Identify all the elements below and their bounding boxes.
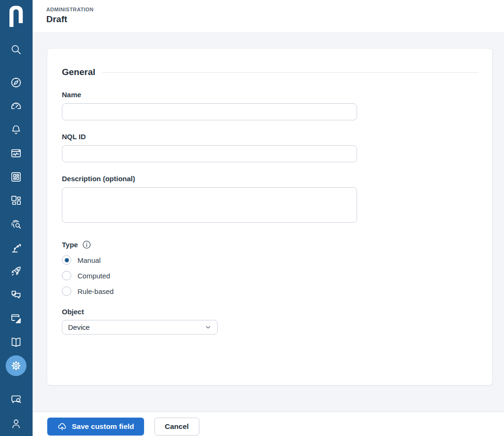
section-header: General — [62, 67, 478, 77]
sidebar-item-remediation[interactable] — [10, 312, 22, 325]
radio-manual-label: Manual — [77, 256, 101, 264]
apps-grid-icon — [10, 171, 22, 183]
cancel-button[interactable]: Cancel — [154, 418, 199, 436]
description-textarea[interactable] — [62, 187, 357, 223]
cloud-upload-icon — [57, 422, 67, 432]
general-card: General Name NQL ID Description (optiona… — [47, 48, 493, 386]
sidebar-item-dashboards[interactable] — [10, 100, 22, 112]
name-input[interactable] — [62, 103, 357, 120]
main-area: ADMINISTRATION Draft General Name NQL ID… — [33, 0, 504, 436]
object-select[interactable]: Device — [62, 320, 218, 335]
sidebar-item-alerts[interactable] — [10, 124, 22, 136]
radio-option-rule-based[interactable]: Rule-based — [62, 286, 478, 296]
search-icon — [10, 43, 22, 56]
name-field-group: Name — [62, 91, 478, 120]
description-field-group: Description (optional) — [62, 175, 478, 225]
name-label: Name — [62, 91, 478, 99]
gear-icon — [10, 360, 22, 372]
nql-id-field-group: NQL ID — [62, 133, 478, 162]
object-label: Object — [62, 308, 478, 316]
nql-id-input[interactable] — [62, 145, 357, 162]
bell-icon — [10, 124, 22, 136]
radio-computed-label: Computed — [77, 272, 110, 280]
radio-computed[interactable] — [62, 271, 71, 280]
sidebar-item-search[interactable] — [10, 43, 22, 56]
sidebar-item-automation[interactable] — [10, 242, 22, 254]
type-info-button[interactable] — [82, 240, 91, 249]
sidebar — [0, 0, 33, 436]
type-label: Type — [62, 241, 78, 249]
radio-manual[interactable] — [62, 255, 71, 265]
sidebar-item-settings[interactable] — [6, 355, 26, 376]
app-logo[interactable] — [7, 5, 26, 27]
description-label: Description (optional) — [62, 175, 478, 183]
content-area: General Name NQL ID Description (optiona… — [33, 34, 504, 411]
page-header: ADMINISTRATION Draft — [33, 0, 504, 33]
chat-bubbles-icon — [10, 289, 22, 301]
info-icon — [82, 240, 91, 249]
radio-rule-based[interactable] — [62, 286, 71, 296]
sidebar-item-library[interactable] — [10, 336, 22, 348]
design-window-icon — [10, 312, 22, 325]
object-select-value: Device — [68, 323, 90, 331]
save-button-label: Save custom field — [72, 422, 134, 431]
nexthink-logo-icon — [7, 5, 26, 27]
type-header: Type — [62, 240, 478, 249]
person-icon — [10, 418, 22, 430]
layout-blocks-icon — [10, 194, 22, 207]
sidebar-item-monitoring[interactable] — [10, 147, 22, 159]
sidebar-item-workspace[interactable] — [10, 194, 22, 207]
save-custom-field-button[interactable]: Save custom field — [47, 418, 144, 436]
chevron-down-icon — [205, 324, 212, 331]
sidebar-item-launch[interactable] — [10, 265, 22, 277]
object-field-group: Object Device — [62, 308, 478, 335]
action-footer: Save custom field Cancel — [33, 411, 504, 436]
section-divider — [103, 72, 478, 73]
book-icon — [10, 336, 22, 348]
sidebar-item-discover[interactable] — [10, 76, 22, 89]
section-title: General — [62, 67, 95, 77]
chart-window-icon — [10, 147, 22, 159]
sidebar-item-engage[interactable] — [10, 289, 22, 301]
radio-rule-based-label: Rule-based — [77, 287, 114, 295]
sidebar-item-profile[interactable] — [10, 418, 22, 430]
gauge-icon — [10, 100, 22, 112]
nql-id-label: NQL ID — [62, 133, 478, 141]
breadcrumb-section: ADMINISTRATION — [46, 7, 504, 12]
sidebar-item-applications[interactable] — [10, 171, 22, 183]
sidebar-item-support[interactable] — [10, 394, 22, 406]
chat-search-icon — [10, 394, 22, 406]
robot-arm-icon — [10, 242, 22, 254]
page-title: Draft — [46, 14, 504, 25]
radio-option-manual[interactable]: Manual — [62, 255, 478, 265]
radio-option-computed[interactable]: Computed — [62, 271, 478, 280]
compass-icon — [10, 76, 22, 89]
fingerprint-search-icon — [10, 218, 22, 230]
rocket-icon — [10, 265, 22, 277]
cancel-button-label: Cancel — [165, 422, 189, 431]
sidebar-item-investigation[interactable] — [10, 218, 22, 230]
